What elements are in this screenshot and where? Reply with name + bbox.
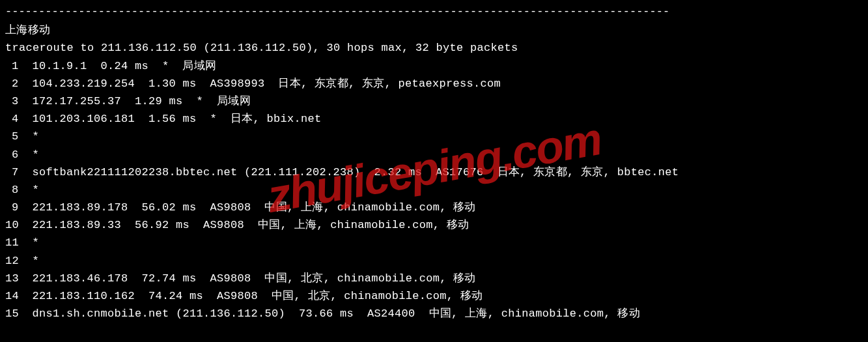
hop-row: 7 softbank221111202238.bbtec.net (221.11…	[5, 164, 863, 181]
hop-row: 4 101.203.106.181 1.56 ms * 日本, bbix.net	[5, 110, 863, 128]
hop-text: 104.233.219.254 1.30 ms AS398993 日本, 东京都…	[32, 78, 501, 90]
hop-text: 101.203.106.181 1.56 ms * 日本, bbix.net	[32, 113, 321, 125]
hop-text: *	[32, 236, 39, 249]
hop-row: 3 172.17.255.37 1.29 ms * 局域网	[5, 93, 863, 110]
hop-number: 2	[5, 75, 18, 93]
hop-text: 172.17.255.37 1.29 ms * 局域网	[32, 95, 250, 107]
hop-number: 14	[5, 287, 18, 305]
hop-text: 10.1.9.1 0.24 ms * 局域网	[32, 60, 216, 72]
hop-text: *	[32, 149, 39, 161]
hop-text: *	[32, 255, 39, 267]
hop-number: 3	[5, 93, 18, 110]
hop-text: 221.183.89.33 56.92 ms AS9808 中国, 上海, ch…	[32, 219, 469, 231]
traceroute-header: traceroute to 211.136.112.50 (211.136.11…	[5, 39, 863, 57]
hop-text: *	[32, 130, 39, 143]
hops-list: 1 10.1.9.1 0.24 ms * 局域网2 104.233.219.25…	[5, 57, 863, 323]
hop-row: 9 221.183.89.178 56.02 ms AS9808 中国, 上海,…	[5, 199, 863, 216]
hop-text: 221.183.89.178 56.02 ms AS9808 中国, 上海, c…	[32, 201, 475, 214]
hop-number: 8	[5, 181, 18, 199]
hop-text: softbank221111202238.bbtec.net (221.111.…	[32, 166, 679, 178]
hop-number: 15	[5, 305, 18, 322]
hop-text: 221.183.110.162 74.24 ms AS9808 中国, 北京, …	[32, 290, 483, 302]
hop-number: 11	[5, 234, 18, 251]
hop-text: 221.183.46.178 72.74 ms AS9808 中国, 北京, c…	[32, 272, 475, 285]
hop-text: dns1.sh.cnmobile.net (211.136.112.50) 73…	[32, 307, 639, 320]
hop-row: 1 10.1.9.1 0.24 ms * 局域网	[5, 57, 863, 75]
route-title: 上海移动	[5, 21, 863, 39]
hop-number: 13	[5, 270, 18, 287]
hop-row: 2 104.233.219.254 1.30 ms AS398993 日本, 东…	[5, 75, 863, 93]
hop-number: 7	[5, 164, 18, 181]
hop-number: 10	[5, 216, 18, 234]
hop-row: 8 *	[5, 181, 863, 199]
hop-row: 15 dns1.sh.cnmobile.net (211.136.112.50)…	[5, 305, 863, 322]
hop-row: 12 *	[5, 252, 863, 270]
hop-number: 12	[5, 252, 18, 270]
hop-row: 6 *	[5, 146, 863, 164]
hop-number: 9	[5, 199, 18, 216]
hop-number: 6	[5, 146, 18, 164]
hop-text: *	[32, 184, 39, 196]
hop-row: 10 221.183.89.33 56.92 ms AS9808 中国, 上海,…	[5, 216, 863, 234]
hop-number: 4	[5, 110, 18, 128]
hop-number: 5	[5, 128, 18, 145]
hop-row: 13 221.183.46.178 72.74 ms AS9808 中国, 北京…	[5, 270, 863, 287]
hop-number: 1	[5, 57, 18, 75]
hop-row: 5 *	[5, 128, 863, 145]
separator-line: ----------------------------------------…	[5, 3, 863, 20]
hop-row: 11 *	[5, 234, 863, 251]
hop-row: 14 221.183.110.162 74.24 ms AS9808 中国, 北…	[5, 287, 863, 305]
